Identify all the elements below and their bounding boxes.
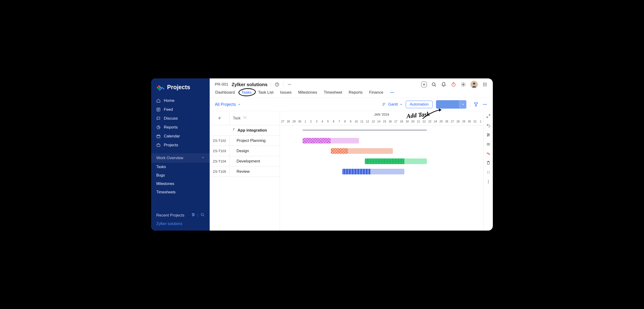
filter-icon[interactable] xyxy=(473,102,479,107)
day-cell: 17 xyxy=(393,118,398,125)
progress-fill xyxy=(331,148,348,154)
month-label: JAN '2024 xyxy=(280,111,484,118)
sub-bugs[interactable]: Bugs xyxy=(151,171,210,180)
svg-point-73 xyxy=(487,171,488,172)
search-icon[interactable] xyxy=(431,82,437,87)
task-group-row[interactable]: App integration xyxy=(210,125,280,136)
tab-timesheet[interactable]: Timesheet xyxy=(323,90,342,95)
progress-fill xyxy=(365,158,404,164)
svg-point-38 xyxy=(483,84,484,85)
scope-label: All Projects xyxy=(215,102,236,107)
avatar[interactable] xyxy=(470,81,478,88)
search-icon[interactable] xyxy=(200,212,204,218)
info-icon[interactable] xyxy=(274,82,280,87)
day-cell: 6 xyxy=(331,118,336,125)
divider xyxy=(283,82,284,87)
svg-point-39 xyxy=(484,84,485,85)
bell-icon[interactable] xyxy=(441,82,446,87)
task-bar[interactable] xyxy=(342,169,404,174)
clipboard-icon[interactable] xyxy=(486,160,491,166)
expand-icon[interactable] xyxy=(486,114,491,119)
nav-calendar[interactable]: Calendar xyxy=(151,132,210,141)
tab-reports[interactable]: Reports xyxy=(348,90,363,95)
task-bar[interactable] xyxy=(302,138,359,144)
gear-icon[interactable] xyxy=(460,82,466,87)
more-horizontal-icon[interactable] xyxy=(287,82,292,87)
recent-project-link[interactable]: Zylker solutions xyxy=(151,220,210,230)
view-dropdown[interactable]: Gantt xyxy=(382,102,402,107)
day-cell: 4 xyxy=(320,118,325,125)
nav-projects[interactable]: Projects xyxy=(151,141,210,150)
svg-point-16 xyxy=(201,213,204,216)
nav-label: Discuss xyxy=(164,116,178,121)
day-cell: 22 xyxy=(421,118,427,125)
apps-grid-icon[interactable] xyxy=(482,82,488,87)
more-horizontal-icon[interactable] xyxy=(482,102,488,107)
task-row[interactable]: ZS-T104Development xyxy=(210,156,280,166)
nav-feed[interactable]: Feed xyxy=(151,105,210,114)
task-row[interactable]: ZS-T103Design xyxy=(210,146,280,156)
group-summary-bar xyxy=(302,130,427,131)
critical-path-icon[interactable] xyxy=(486,151,491,156)
brand-name: Projects xyxy=(167,84,190,90)
tab-finance[interactable]: Finance xyxy=(368,90,384,95)
sliders-icon[interactable] xyxy=(486,132,491,138)
task-id: ZS-T105 xyxy=(210,166,230,176)
chevron-down-icon xyxy=(201,156,204,160)
add-task-button[interactable] xyxy=(436,100,466,108)
svg-point-31 xyxy=(463,84,464,85)
tab-dashboard[interactable]: Dashboard xyxy=(215,90,235,95)
undo-icon[interactable] xyxy=(486,123,491,128)
topbar-actions xyxy=(421,81,488,88)
nav-home[interactable]: Home xyxy=(151,96,210,105)
timeline-header: JAN '2024 272829301234567891011121314151… xyxy=(280,111,484,125)
gantt-view: # Task App integration xyxy=(210,111,493,230)
tab-task-list[interactable]: Task List xyxy=(258,90,274,95)
sub-timesheets[interactable]: Timesheets xyxy=(151,188,210,196)
sliders-icon[interactable] xyxy=(191,212,196,218)
gantt-row xyxy=(280,136,484,146)
nav-reports[interactable]: Reports xyxy=(151,123,210,132)
tab-tasks[interactable]: Tasks xyxy=(241,90,252,95)
gantt-chart[interactable]: JAN '2024 272829301234567891011121314151… xyxy=(280,111,484,230)
sub-milestones[interactable]: Milestones xyxy=(151,180,210,188)
brand: Projects xyxy=(151,78,210,95)
add-icon[interactable] xyxy=(421,82,427,87)
day-cell: 27 xyxy=(450,118,455,125)
home-icon xyxy=(156,98,160,103)
tab-issues[interactable]: Issues xyxy=(280,90,292,95)
scope-dropdown[interactable]: All Projects xyxy=(215,102,240,107)
more-tabs-icon[interactable] xyxy=(390,90,395,95)
dropdown-caret-icon[interactable] xyxy=(459,100,466,108)
task-bar[interactable] xyxy=(365,158,427,164)
section-work-overview[interactable]: Work Overview xyxy=(151,153,210,163)
svg-line-17 xyxy=(203,215,204,216)
svg-point-23 xyxy=(290,84,291,85)
tab-milestones[interactable]: Milestones xyxy=(298,90,318,95)
day-cell: 3 xyxy=(314,118,320,125)
project-code: PR-001 xyxy=(215,82,228,87)
milestone-icon xyxy=(232,128,235,133)
bars-icon[interactable] xyxy=(486,142,491,147)
day-cell: 16 xyxy=(387,118,393,125)
right-rail xyxy=(484,111,493,230)
id-column-header: # xyxy=(210,111,230,125)
sub-tasks[interactable]: Tasks xyxy=(151,163,210,171)
gantt-row xyxy=(280,156,484,166)
svg-point-22 xyxy=(289,84,290,85)
divider xyxy=(198,214,198,217)
task-row[interactable]: ZS-T102Project Planning xyxy=(210,136,280,146)
calendar-icon xyxy=(156,134,160,138)
automation-button[interactable]: Automation xyxy=(406,101,433,108)
timer-icon[interactable] xyxy=(451,82,456,87)
task-name: Project Planning xyxy=(230,138,280,143)
task-row[interactable]: ZS-T105Review xyxy=(210,166,280,177)
task-bar[interactable] xyxy=(331,148,393,154)
day-cell: 15 xyxy=(382,118,387,125)
feed-icon xyxy=(156,108,160,112)
nav-discuss[interactable]: Discuss xyxy=(151,114,210,123)
more-vertical-icon[interactable] xyxy=(486,179,491,184)
nav-label: Feed xyxy=(164,107,173,112)
svg-point-44 xyxy=(390,92,392,93)
grid-icon[interactable] xyxy=(486,170,491,175)
